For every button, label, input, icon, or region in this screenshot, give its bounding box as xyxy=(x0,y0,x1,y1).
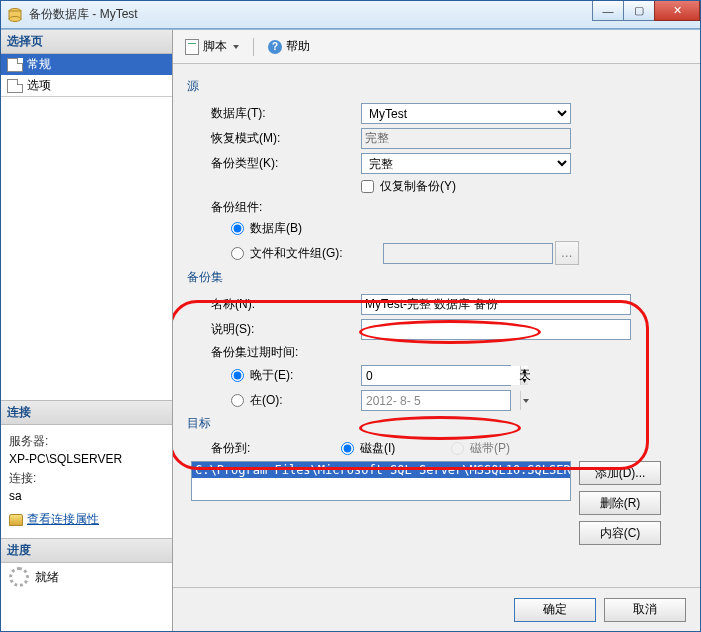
server-value: XP-PC\SQLSERVER xyxy=(9,452,164,466)
toolbar: 脚本 ? 帮助 xyxy=(173,30,700,64)
script-button[interactable]: 脚本 xyxy=(181,36,243,57)
titlebar: 备份数据库 - MyTest — ▢ ✕ xyxy=(1,1,700,29)
conn-value: sa xyxy=(9,489,164,503)
separator xyxy=(253,38,254,56)
name-label: 名称(N): xyxy=(211,296,361,313)
expire-date-input xyxy=(362,394,520,408)
radio-expire-on-label: 在(O): xyxy=(250,392,283,409)
radio-tape: 磁带(P) xyxy=(451,440,510,457)
expire-days-input[interactable] xyxy=(362,366,520,385)
radio-disk-label: 磁盘(I) xyxy=(360,440,395,457)
radio-expire-on[interactable]: 在(O): xyxy=(231,392,361,409)
group-destination: 目标 xyxy=(187,415,686,432)
script-label: 脚本 xyxy=(203,38,227,55)
expire-label: 备份集过期时间: xyxy=(211,344,298,361)
radio-disk-input[interactable] xyxy=(341,442,354,455)
filegroup-browse-button: … xyxy=(555,241,579,265)
sidebar-item-label: 选项 xyxy=(27,77,51,94)
script-icon xyxy=(185,39,199,55)
calendar-button[interactable] xyxy=(520,391,529,410)
window-title: 备份数据库 - MyTest xyxy=(29,6,593,23)
group-backup-set: 备份集 xyxy=(187,269,686,286)
remove-button[interactable]: 删除(R) xyxy=(579,491,661,515)
destination-list[interactable]: C:\Program Files\Microsoft SQL Server\MS… xyxy=(191,461,571,501)
radio-tape-label: 磁带(P) xyxy=(470,440,510,457)
radio-disk[interactable]: 磁盘(I) xyxy=(341,440,451,457)
connection-header: 连接 xyxy=(1,401,172,425)
copy-only-label: 仅复制备份(Y) xyxy=(380,178,456,195)
radio-database-input[interactable] xyxy=(231,222,244,235)
cancel-button[interactable]: 取消 xyxy=(604,598,686,622)
minimize-button[interactable]: — xyxy=(592,1,624,21)
copy-only-input[interactable] xyxy=(361,180,374,193)
maximize-button[interactable]: ▢ xyxy=(623,1,655,21)
expire-days-stepper[interactable]: ▲▼ xyxy=(361,365,511,386)
svg-point-2 xyxy=(9,16,21,21)
ok-button[interactable]: 确定 xyxy=(514,598,596,622)
expire-date-picker[interactable] xyxy=(361,390,511,411)
db-icon xyxy=(9,514,23,526)
app-icon xyxy=(7,7,23,23)
sidebar-item-general[interactable]: 常规 xyxy=(1,54,172,75)
desc-field[interactable] xyxy=(361,319,631,340)
spinner-icon xyxy=(9,567,29,587)
radio-database-label: 数据库(B) xyxy=(250,220,302,237)
add-button[interactable]: 添加(D)... xyxy=(579,461,661,485)
backup-type-label: 备份类型(K): xyxy=(211,155,361,172)
backup-type-select[interactable]: 完整 xyxy=(361,153,571,174)
name-field[interactable] xyxy=(361,294,631,315)
page-icon xyxy=(7,79,23,93)
help-button[interactable]: ? 帮助 xyxy=(264,36,314,57)
server-label: 服务器: xyxy=(9,433,164,450)
component-label: 备份组件: xyxy=(211,199,262,216)
radio-filegroup-label: 文件和文件组(G): xyxy=(250,245,343,262)
radio-expire-after-input[interactable] xyxy=(231,369,244,382)
select-page-header: 选择页 xyxy=(1,30,172,54)
radio-filegroup-input[interactable] xyxy=(231,247,244,260)
close-button[interactable]: ✕ xyxy=(654,1,700,21)
view-connection-props-link[interactable]: 查看连接属性 xyxy=(9,511,164,528)
link-label: 查看连接属性 xyxy=(27,511,99,528)
copy-only-checkbox[interactable]: 仅复制备份(Y) xyxy=(361,178,456,195)
chevron-down-icon xyxy=(233,45,239,49)
contents-button[interactable]: 内容(C) xyxy=(579,521,661,545)
help-icon: ? xyxy=(268,40,282,54)
expire-days-unit: 天 xyxy=(519,367,531,384)
radio-tape-input xyxy=(451,442,464,455)
sidebar-item-label: 常规 xyxy=(27,56,51,73)
database-label: 数据库(T): xyxy=(211,105,361,122)
radio-database[interactable]: 数据库(B) xyxy=(231,220,302,237)
recovery-label: 恢复模式(M): xyxy=(211,130,361,147)
group-source: 源 xyxy=(187,78,686,95)
radio-expire-on-input[interactable] xyxy=(231,394,244,407)
filegroup-field xyxy=(383,243,553,264)
backup-to-label: 备份到: xyxy=(211,440,341,457)
progress-status: 就绪 xyxy=(35,569,59,586)
chevron-down-icon xyxy=(523,399,529,403)
destination-item[interactable]: C:\Program Files\Microsoft SQL Server\MS… xyxy=(192,462,570,478)
page-icon xyxy=(7,58,23,72)
database-select[interactable]: MyTest xyxy=(361,103,571,124)
dialog-footer: 确定 取消 xyxy=(173,587,700,631)
desc-label: 说明(S): xyxy=(211,321,361,338)
conn-label: 连接: xyxy=(9,470,164,487)
recovery-field xyxy=(361,128,571,149)
help-label: 帮助 xyxy=(286,38,310,55)
progress-header: 进度 xyxy=(1,539,172,563)
radio-expire-after[interactable]: 晚于(E): xyxy=(231,367,361,384)
radio-filegroup[interactable]: 文件和文件组(G): xyxy=(231,245,343,262)
radio-expire-after-label: 晚于(E): xyxy=(250,367,293,384)
sidebar: 选择页 常规 选项 连接 服务器: XP-PC\SQLSERVER 连接: sa xyxy=(1,30,173,631)
sidebar-item-options[interactable]: 选项 xyxy=(1,75,172,96)
